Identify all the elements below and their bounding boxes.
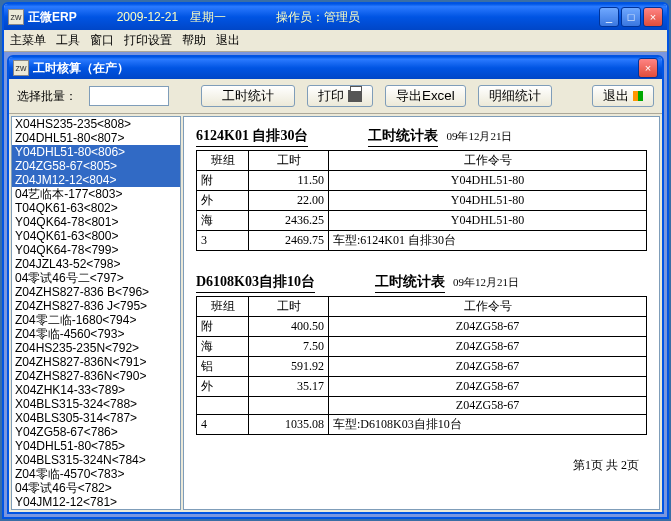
stats-button[interactable]: 工时统计: [201, 85, 295, 107]
report-main-title: 工时统计表: [375, 273, 445, 293]
menu-help[interactable]: 帮助: [182, 32, 206, 49]
cell-hours: 591.92: [249, 357, 329, 377]
table-row: 海2436.25Y04DHL51-80: [197, 211, 647, 231]
cell-group: 附: [197, 171, 249, 191]
list-item[interactable]: Z04零临-4570<783>: [12, 467, 180, 481]
cell-hours: 2436.25: [249, 211, 329, 231]
sum-order: 车型:6124K01 自排30台: [329, 231, 647, 251]
list-item[interactable]: X04HS235-235<808>: [12, 117, 180, 131]
inner-icon: zw: [13, 60, 29, 76]
exit-label: 退出: [603, 87, 629, 105]
menu-window[interactable]: 窗口: [90, 32, 114, 49]
list-item[interactable]: 04零试46号二<797>: [12, 271, 180, 285]
report-area: 6124K01 自排30台 工时统计表 09年12月21日 班组 工时 工作令号…: [183, 116, 660, 510]
list-item[interactable]: Z04零二临-1680<794>: [12, 313, 180, 327]
list-item[interactable]: Y04QK64-78<801>: [12, 215, 180, 229]
list-item[interactable]: Y04DHL51-80<806>: [12, 145, 180, 159]
select-batch-label: 选择批量：: [17, 88, 77, 105]
export-excel-button[interactable]: 导出Excel: [385, 85, 466, 107]
report-table-2: 班组 工时 工作令号 附400.50Z04ZG58-67海7.50Z04ZG58…: [196, 296, 647, 435]
app-window: zw 正微ERP 2009-12-21 星期一 操作员：管理员 _ □ × 主菜…: [2, 2, 669, 519]
print-label: 打印: [318, 87, 344, 105]
cell-order: Y04DHL51-80: [329, 171, 647, 191]
list-item[interactable]: 04艺临本-177<803>: [12, 187, 180, 201]
detail-stats-button[interactable]: 明细统计: [478, 85, 552, 107]
report-table-1: 班组 工时 工作令号 附11.50Y04DHL51-80外22.00Y04DHL…: [196, 150, 647, 251]
report-date: 09年12月21日: [446, 129, 512, 144]
report-header: 6124K01 自排30台 工时统计表 09年12月21日: [196, 127, 647, 147]
maximize-button[interactable]: □: [621, 7, 641, 27]
app-title: 正微ERP: [28, 9, 77, 26]
inner-titlebar: zw 工时核算（在产） ×: [9, 57, 662, 79]
list-item[interactable]: Y04JM12-12<781>: [12, 495, 180, 509]
exit-button[interactable]: 退出: [592, 85, 654, 107]
cell-hours: 400.50: [249, 317, 329, 337]
print-button[interactable]: 打印: [307, 85, 373, 107]
inner-close-button[interactable]: ×: [638, 58, 658, 78]
window-controls: _ □ ×: [599, 7, 663, 27]
list-item[interactable]: Z04ZHS827-836N<790>: [12, 369, 180, 383]
list-item[interactable]: X04BLS305-314<787>: [12, 411, 180, 425]
list-item[interactable]: Y04QK64-78<799>: [12, 243, 180, 257]
cell-group: 海: [197, 211, 249, 231]
cell-order: Z04ZG58-67: [329, 357, 647, 377]
list-item[interactable]: Z04ZHS837-864<780>: [12, 509, 180, 510]
cell-order: Z04ZG58-67: [329, 317, 647, 337]
list-item[interactable]: T04QK61-63<802>: [12, 201, 180, 215]
list-item[interactable]: Z04JM12-12<804>: [12, 173, 180, 187]
menu-tools[interactable]: 工具: [56, 32, 80, 49]
cell-group: 外: [197, 191, 249, 211]
sum-order: 车型:D6108K03自排10台: [329, 415, 647, 435]
report-subtitle: D6108K03自排10台: [196, 273, 315, 293]
table-row: Z04ZG58-67: [197, 397, 647, 415]
cell-hours: 35.17: [249, 377, 329, 397]
th-group: 班组: [197, 151, 249, 171]
table-row: 附400.50Z04ZG58-67: [197, 317, 647, 337]
th-hours: 工时: [249, 297, 329, 317]
list-item[interactable]: Z04ZHS827-836 J<795>: [12, 299, 180, 313]
app-date: 2009-12-21: [117, 10, 178, 24]
app-weekday: 星期一: [190, 9, 226, 26]
table-row: 海7.50Z04ZG58-67: [197, 337, 647, 357]
list-item[interactable]: Z04HS235-235N<792>: [12, 341, 180, 355]
cell-group: [197, 397, 249, 415]
th-order: 工作令号: [329, 151, 647, 171]
report-header: D6108K03自排10台 工时统计表 09年12月21日: [196, 273, 647, 293]
list-item[interactable]: Y04ZG58-67<786>: [12, 425, 180, 439]
list-item[interactable]: X04ZHK14-33<789>: [12, 383, 180, 397]
menubar: 主菜单 工具 窗口 打印设置 帮助 退出: [4, 30, 667, 52]
list-item[interactable]: Z04零临-4560<793>: [12, 327, 180, 341]
batch-listbox[interactable]: X04HS235-235<808>Z04DHL51-80<807>Y04DHL5…: [11, 116, 181, 510]
cell-order: Y04DHL51-80: [329, 191, 647, 211]
list-item[interactable]: Y04QK61-63<800>: [12, 229, 180, 243]
report-block-2: D6108K03自排10台 工时统计表 09年12月21日 班组 工时 工作令号…: [196, 273, 647, 435]
mdi-area: zw 工时核算（在产） × 选择批量： 工时统计 打印 导出Excel 明细统计…: [4, 52, 667, 517]
menu-main[interactable]: 主菜单: [10, 32, 46, 49]
close-button[interactable]: ×: [643, 7, 663, 27]
list-item[interactable]: Z04JZL43-52<798>: [12, 257, 180, 271]
report-block-1: 6124K01 自排30台 工时统计表 09年12月21日 班组 工时 工作令号…: [196, 127, 647, 251]
select-batch-input[interactable]: [89, 86, 169, 106]
list-item[interactable]: Z04ZHS827-836 B<796>: [12, 285, 180, 299]
list-item[interactable]: X04BLS315-324<788>: [12, 397, 180, 411]
cell-group: 海: [197, 337, 249, 357]
printer-icon: [348, 90, 362, 102]
list-item[interactable]: Z04ZHS827-836N<791>: [12, 355, 180, 369]
cell-order: Y04DHL51-80: [329, 211, 647, 231]
table-row: 外35.17Z04ZG58-67: [197, 377, 647, 397]
list-item[interactable]: Z04ZG58-67<805>: [12, 159, 180, 173]
minimize-button[interactable]: _: [599, 7, 619, 27]
list-item[interactable]: 04零试46号<782>: [12, 481, 180, 495]
table-row: 附11.50Y04DHL51-80: [197, 171, 647, 191]
cell-order: Z04ZG58-67: [329, 397, 647, 415]
cell-order: Z04ZG58-67: [329, 337, 647, 357]
exit-icon: [633, 91, 643, 101]
report-main-title: 工时统计表: [368, 127, 438, 147]
menu-exit[interactable]: 退出: [216, 32, 240, 49]
list-item[interactable]: X04BLS315-324N<784>: [12, 453, 180, 467]
list-item[interactable]: Y04DHL51-80<785>: [12, 439, 180, 453]
list-item[interactable]: Z04DHL51-80<807>: [12, 131, 180, 145]
menu-print-setup[interactable]: 打印设置: [124, 32, 172, 49]
report-subtitle: 6124K01 自排30台: [196, 127, 308, 147]
operator-label: 操作员：管理员: [276, 9, 360, 26]
